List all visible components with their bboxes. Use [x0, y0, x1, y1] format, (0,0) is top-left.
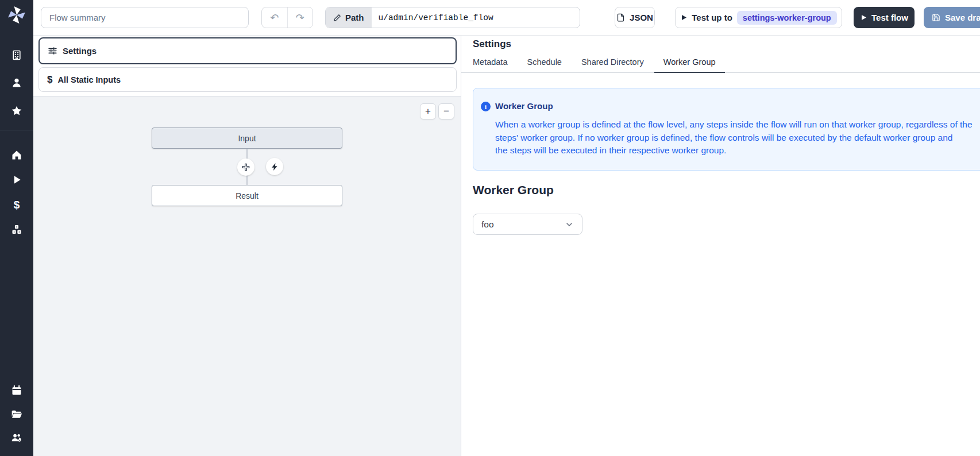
json-button-label: JSON — [630, 13, 653, 22]
flow-toolbar: Settings $ All Static Inputs — [33, 36, 461, 96]
edit-path-button[interactable]: Path — [326, 7, 372, 28]
play-icon — [680, 14, 687, 21]
test-flow-label: Test flow — [871, 13, 908, 22]
redo-icon[interactable]: ↷ — [288, 7, 313, 28]
flow-settings-label: Settings — [63, 46, 97, 56]
resources-cubes-icon[interactable] — [10, 223, 23, 236]
variables-dollar-icon[interactable]: $ — [10, 199, 23, 211]
test-up-to-button[interactable]: Test up to settings-worker-group — [675, 7, 842, 28]
save-draft-button[interactable]: Save draft — [924, 7, 980, 28]
worker-group-heading: Worker Group — [473, 183, 554, 197]
sliders-icon — [48, 46, 57, 56]
path-input[interactable] — [372, 7, 580, 28]
schedules-calendar-icon[interactable] — [10, 384, 23, 397]
worker-group-info-box: i Worker Group When a worker group is de… — [473, 88, 980, 171]
all-static-inputs-button[interactable]: $ All Static Inputs — [38, 67, 457, 92]
tab-schedule[interactable]: Schedule — [518, 53, 570, 72]
info-body-line: When a worker group is defined at the fl… — [495, 118, 973, 132]
input-node[interactable]: Input — [152, 127, 342, 149]
topbar: ↶ ↷ Path JSON Test up to settings-worker… — [33, 0, 980, 36]
settings-panel-title: Settings — [473, 38, 511, 50]
undo-redo-group: ↶ ↷ — [261, 7, 313, 28]
settings-panel: Settings Metadata Schedule Shared Direct… — [461, 36, 980, 456]
save-draft-label: Save draft — [945, 13, 980, 22]
save-icon — [932, 13, 940, 22]
file-icon — [616, 13, 625, 22]
tab-metadata[interactable]: Metadata — [464, 53, 516, 72]
all-static-inputs-label: All Static Inputs — [57, 75, 121, 84]
chevron-down-icon — [565, 220, 574, 229]
trigger-zap-button[interactable] — [266, 158, 283, 175]
test-up-to-label: Test up to — [692, 13, 732, 22]
test-up-to-target-badge: settings-worker-group — [737, 11, 837, 25]
info-body-line: the steps will be executed in their resp… — [495, 144, 973, 157]
flow-editor-panel: Settings $ All Static Inputs + − Input R… — [33, 36, 461, 456]
json-button[interactable]: JSON — [615, 7, 655, 28]
pencil-icon — [333, 14, 341, 22]
result-node[interactable]: Result — [152, 185, 342, 206]
zoom-out-button[interactable]: − — [438, 103, 454, 119]
path-group: Path — [325, 7, 580, 28]
groups-users-icon[interactable] — [10, 431, 23, 444]
result-node-label: Result — [236, 191, 258, 200]
home-icon[interactable] — [10, 149, 23, 161]
path-label: Path — [345, 13, 364, 22]
sidebar-divider — [0, 130, 33, 130]
add-step-button[interactable] — [237, 159, 254, 176]
workspace-icon[interactable] — [10, 49, 23, 61]
test-flow-button[interactable]: Test flow — [854, 7, 915, 28]
undo-icon[interactable]: ↶ — [262, 7, 288, 28]
sidebar: $ — [0, 0, 33, 456]
windmill-logo[interactable] — [6, 5, 27, 25]
favorites-star-icon[interactable] — [10, 105, 23, 117]
flow-settings-button[interactable]: Settings — [38, 37, 457, 64]
worker-group-select[interactable]: foo — [473, 214, 582, 235]
runs-play-icon[interactable] — [10, 173, 23, 186]
info-body-line: steps' worker group. If no worker group … — [495, 132, 973, 145]
folders-icon[interactable] — [10, 408, 23, 420]
tab-worker-group[interactable]: Worker Group — [654, 53, 725, 73]
worker-group-select-value: foo — [481, 219, 494, 230]
zap-icon — [271, 163, 279, 171]
user-icon[interactable] — [10, 76, 23, 89]
flow-summary-input[interactable] — [41, 7, 249, 28]
info-title: Worker Group — [495, 101, 973, 111]
play-icon — [860, 14, 867, 21]
zoom-in-button[interactable]: + — [420, 103, 436, 119]
plus-icon — [241, 163, 250, 172]
settings-tabs: Metadata Schedule Shared Directory Worke… — [461, 53, 980, 73]
dollar-icon: $ — [47, 74, 52, 86]
tab-shared-directory[interactable]: Shared Directory — [572, 53, 653, 72]
input-node-label: Input — [238, 134, 256, 143]
info-icon: i — [481, 102, 491, 111]
